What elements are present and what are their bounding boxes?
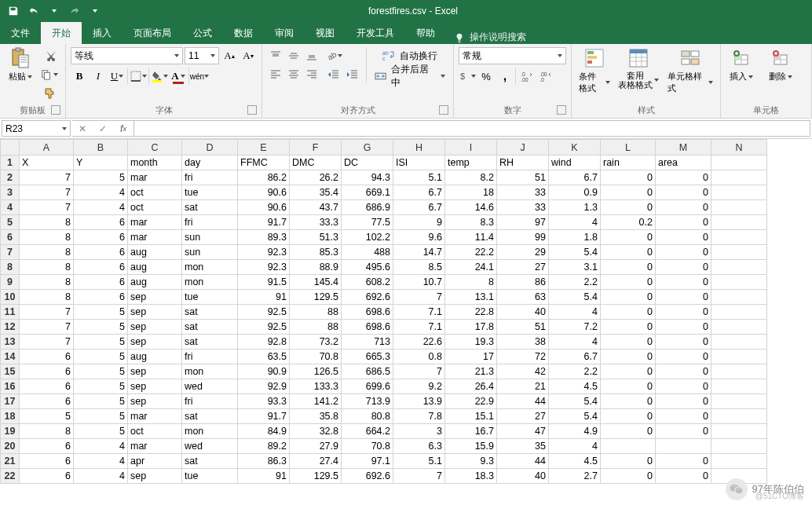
row-header[interactable]: 7 [1,245,20,260]
tab-view[interactable]: 视图 [305,22,346,44]
tab-review[interactable]: 审阅 [264,22,305,44]
column-header[interactable]: L [601,140,656,156]
cell[interactable]: 92.8 [238,335,290,349]
cell[interactable]: rain [601,156,656,170]
undo-icon[interactable] [25,2,42,20]
cell[interactable]: 9 [393,215,445,230]
cell[interactable]: 86 [497,275,549,290]
row-header[interactable]: 3 [1,185,20,200]
cell[interactable]: 0 [656,215,711,230]
align-bottom-button[interactable] [303,47,320,64]
cell[interactable]: 692.6 [342,290,393,305]
column-header[interactable]: K [549,140,601,156]
cell[interactable] [711,335,767,349]
cell[interactable]: 665.3 [342,349,393,364]
cell[interactable]: 27.9 [290,439,342,454]
cell[interactable]: 47 [497,424,549,439]
cell[interactable]: 0 [601,170,656,185]
cell[interactable]: 664.2 [342,424,393,439]
column-header[interactable]: F [290,140,342,156]
cell[interactable]: 0 [656,200,711,215]
cell[interactable]: 5 [74,424,128,439]
cell[interactable]: 8.3 [445,215,497,230]
cell[interactable]: ISI [393,156,445,170]
column-header[interactable]: N [711,140,767,156]
cell[interactable]: 3 [393,424,445,439]
bold-button[interactable]: B [71,68,88,85]
cell[interactable]: 7.1 [393,320,445,335]
cell[interactable]: sat [182,409,238,424]
cell[interactable]: 5 [74,170,128,185]
cell[interactable]: 97.1 [342,454,393,469]
merge-center-button[interactable]: 合并后居中 [371,68,448,85]
cell[interactable] [711,200,767,215]
cell[interactable]: 0 [656,305,711,320]
cell[interactable]: 0 [601,200,656,215]
cell[interactable]: 14.6 [445,200,497,215]
cell[interactable] [711,379,767,394]
cell[interactable]: 129.5 [290,469,342,484]
cell[interactable] [711,349,767,364]
cell[interactable]: sun [182,230,238,245]
cell[interactable]: wind [549,156,601,170]
cell[interactable] [711,156,767,170]
undo-dropdown-icon[interactable] [46,2,63,20]
cell[interactable]: 9.2 [393,379,445,394]
cell[interactable]: 15.1 [445,409,497,424]
cell[interactable]: 713.9 [342,394,393,409]
cell[interactable]: 6.7 [549,170,601,185]
italic-button[interactable]: I [90,68,107,85]
cell[interactable]: 6 [74,260,128,275]
cell[interactable]: 0 [656,454,711,469]
cell[interactable]: 91.5 [238,275,290,290]
cell[interactable]: 0 [656,230,711,245]
cell[interactable]: 6 [74,245,128,260]
cell[interactable]: 88 [290,305,342,320]
cell[interactable]: fri [182,394,238,409]
cell[interactable]: 8.2 [445,170,497,185]
cell[interactable] [711,439,767,454]
cell[interactable]: day [182,156,238,170]
cell[interactable]: 1.8 [549,230,601,245]
cell[interactable]: 90.9 [238,364,290,379]
cell[interactable]: 51 [497,320,549,335]
cell[interactable] [711,409,767,424]
cell[interactable]: sep [128,305,182,320]
cell[interactable] [711,290,767,305]
cell[interactable]: 0 [601,320,656,335]
cell[interactable]: 33 [497,185,549,200]
cell[interactable] [711,260,767,275]
cell[interactable]: 8 [20,260,74,275]
cell[interactable]: 0 [656,260,711,275]
cell[interactable]: 692.6 [342,469,393,484]
cell[interactable]: 0 [601,185,656,200]
cell[interactable]: 5 [74,305,128,320]
cell[interactable]: 126.5 [290,364,342,379]
cell[interactable]: 90.6 [238,200,290,215]
cell[interactable]: 0.8 [393,349,445,364]
orientation-button[interactable]: ab [325,47,342,64]
cell[interactable] [656,439,711,454]
cell[interactable]: 51 [497,170,549,185]
cell[interactable]: 21.3 [445,364,497,379]
cell[interactable]: 15.9 [445,439,497,454]
cell[interactable]: sat [182,320,238,335]
cell[interactable]: 94.3 [342,170,393,185]
cell[interactable]: 4.9 [549,424,601,439]
cell[interactable]: 6.3 [393,439,445,454]
cell[interactable]: DMC [290,156,342,170]
cell[interactable]: sun [182,245,238,260]
cell[interactable]: oct [128,200,182,215]
cell[interactable]: 6.7 [393,200,445,215]
select-all-corner[interactable] [1,140,20,156]
cell[interactable]: 35 [497,439,549,454]
cell[interactable]: 6 [20,439,74,454]
cell[interactable]: 91 [238,469,290,484]
cell[interactable]: 0 [601,260,656,275]
cell[interactable]: wed [182,439,238,454]
cell[interactable]: 7 [20,335,74,349]
cell[interactable]: 6 [20,364,74,379]
cell[interactable]: 7 [20,185,74,200]
cell[interactable]: 5.1 [393,454,445,469]
cell[interactable]: 8 [20,275,74,290]
